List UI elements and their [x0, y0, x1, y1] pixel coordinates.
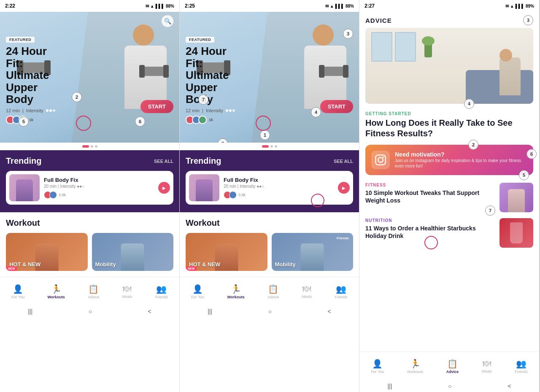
trending-title-2: Trending: [186, 156, 221, 166]
cup-shape: [510, 222, 523, 243]
ig-banner[interactable]: Need motivation? Join us on Instagram fo…: [365, 145, 533, 175]
nav-for-you-3[interactable]: 👤 For You: [367, 357, 388, 376]
nav-friends-3[interactable]: 👥 Friends: [511, 357, 532, 376]
workout-int-2: Intensity: [240, 184, 255, 189]
phone-3: 2:27 ✉ ▲ ▌▌▌ 89% ADVICE 3: [359, 0, 539, 392]
workout-info-1: Full Body Fix 20 min | Intensity ●●○ 3.8…: [44, 177, 154, 199]
workouts-label-3: Workouts: [407, 370, 423, 374]
scroll-spacer: [365, 254, 533, 287]
cat-mobility-1[interactable]: Mobility: [92, 233, 174, 271]
hero-head-1: [133, 24, 154, 46]
android-back-2[interactable]: <: [328, 308, 331, 315]
workout-section-title-2: Workout: [186, 218, 353, 228]
nav-meals-3[interactable]: 🍽 Meals: [478, 357, 496, 375]
meals-label-3: Meals: [482, 369, 492, 373]
status-bar-2: 2:25 ✉ ▲ ▌▌▌ 88%: [180, 0, 359, 12]
thumb-figure-2: [196, 179, 213, 201]
nav-meals-2[interactable]: 🍽 Meals: [297, 282, 316, 300]
meals-icon-3: 🍽: [483, 359, 491, 368]
play-button-2[interactable]: ▶: [338, 182, 350, 194]
android-menu-1[interactable]: |||: [28, 308, 32, 315]
fitness-thumb-bg: [500, 183, 533, 212]
nutrition-article[interactable]: NUTRITION 11 Ways to Order a Healthier S…: [365, 218, 533, 248]
advice-page-title: ADVICE: [365, 17, 392, 24]
annotation-5-ph3: 5: [519, 170, 529, 180]
workout-count-1: 3.8k: [59, 193, 66, 197]
nav-meals-1[interactable]: 🍽 Meals: [118, 282, 136, 300]
see-all-2[interactable]: SEE ALL: [334, 159, 353, 164]
duration-1: 12 min: [6, 108, 20, 113]
android-back-1[interactable]: <: [148, 308, 151, 315]
see-all-1[interactable]: SEE ALL: [154, 159, 173, 164]
nav-for-you-2[interactable]: 👤 For You: [187, 282, 208, 301]
fitness-article[interactable]: FITNESS 10 Simple Workout Tweaks That Su…: [365, 183, 533, 212]
svg-point-2: [383, 157, 384, 158]
workout-section-title-1: Workout: [6, 218, 173, 228]
trending-title-1: Trending: [6, 156, 41, 166]
battery-2: 88%: [346, 4, 354, 8]
play-button-1[interactable]: ▶: [158, 182, 170, 194]
category-cards-1: HOT & NEW NEW Mobility: [6, 233, 173, 271]
nav-workouts-2[interactable]: 🏃 Workouts: [223, 282, 249, 301]
workout-card-1[interactable]: Full Body Fix 20 min | Intensity ●●○ 3.8…: [6, 171, 173, 205]
workout-card-2[interactable]: Full Body Fix 20 min | Intensity ●●○ 3.8…: [186, 171, 353, 205]
page-dot-active-2: [262, 145, 269, 148]
android-home-2[interactable]: ○: [268, 308, 272, 315]
android-menu-2[interactable]: |||: [208, 308, 212, 315]
status-time-1: 2:22: [5, 3, 15, 9]
workout-section-1: Workout HOT & NEW NEW Mobility: [0, 212, 179, 277]
fitness-article-title: 10 Simple Workout Tweaks That Support We…: [365, 189, 495, 204]
avatar-count-1: 1k: [29, 118, 33, 122]
workout-thumb-1: [9, 174, 40, 201]
annotation-4-ph3: 4: [464, 99, 474, 109]
phone-1: 2:22 ✉ ▲ ▌▌▌ 88% 🔍 2 FEATURED 24 Hour Fi…: [0, 0, 180, 392]
nav-friends-1[interactable]: 👥 Friends: [151, 282, 172, 301]
android-nav-3: ||| ○ <: [359, 380, 539, 392]
status-bar-3: 2:27 ✉ ▲ ▌▌▌ 89%: [359, 0, 539, 12]
cat-hot-2[interactable]: HOT & NEW NEW: [186, 233, 267, 271]
window-2: [395, 32, 416, 62]
nutrition-article-wrapper: NUTRITION 11 Ways to Order a Healthier S…: [365, 218, 533, 248]
page-indicator-1: [0, 143, 179, 150]
android-back-3[interactable]: <: [508, 383, 511, 389]
annotation-3-ph2: 3: [343, 29, 353, 39]
nav-advice-3[interactable]: 📋 Advice: [442, 357, 463, 376]
nav-friends-2[interactable]: 👥 Friends: [331, 282, 352, 301]
android-menu-3[interactable]: |||: [387, 383, 392, 389]
hero-meta-1: 12 min | Intensity: [6, 108, 84, 113]
for-you-label-1: For You: [11, 295, 24, 299]
workout-section-2: Workout HOT & NEW NEW Mobility Friends: [180, 212, 359, 277]
thumb-figure-1: [16, 179, 33, 201]
ig-banner-wrapper: Need motivation? Join us on Instagram fo…: [365, 145, 533, 175]
annotation-2-ph1: 2: [72, 92, 82, 102]
fitness-thumb-inner: [500, 183, 533, 212]
avatar-2-3: [198, 116, 207, 124]
android-home-3[interactable]: ○: [448, 383, 451, 389]
avatar-count-2: 1k: [209, 118, 213, 122]
mobility-figure-2: [301, 243, 324, 271]
meals-label-2: Meals: [302, 295, 312, 299]
workout-info-2: Full Body Fix 20 min | Intensity ●●○ 3.8…: [224, 177, 334, 199]
hero-title-1: 24 Hour Fit:Ultimate UpperBody: [6, 45, 49, 105]
advice-scroll-area[interactable]: 4 GETTING STARTED How Long Does it Reall…: [359, 28, 539, 351]
search-button-1[interactable]: 🔍: [162, 15, 173, 27]
nav-advice-1[interactable]: 📋 Advice: [84, 282, 103, 301]
nav-workouts-1[interactable]: 🏃 Workouts: [43, 282, 69, 301]
annotation-5-ph1: 5: [19, 116, 29, 127]
start-button-1[interactable]: START: [140, 100, 173, 113]
nav-advice-2[interactable]: 📋 Advice: [263, 282, 283, 301]
nav-for-you-1[interactable]: 👤 For You: [7, 282, 29, 301]
annotation-8-ph2: 8: [218, 138, 228, 143]
nav-workouts-3[interactable]: 🏃 Workouts: [403, 357, 427, 376]
cat-mobility-2[interactable]: Mobility Friends: [272, 233, 354, 271]
dot1: [46, 109, 49, 112]
android-home-1[interactable]: ○: [89, 308, 92, 315]
hero-body-2: [304, 46, 346, 109]
cat-hot-1[interactable]: HOT & NEW NEW: [6, 233, 88, 271]
start-button-2[interactable]: START: [320, 100, 353, 113]
hero-head-2: [313, 24, 334, 46]
fitness-figure: [508, 189, 525, 212]
annotation-7-ph2: 7: [198, 95, 208, 105]
person-head-advice: [500, 49, 512, 62]
annotation-1-ph2: 1: [260, 130, 270, 140]
